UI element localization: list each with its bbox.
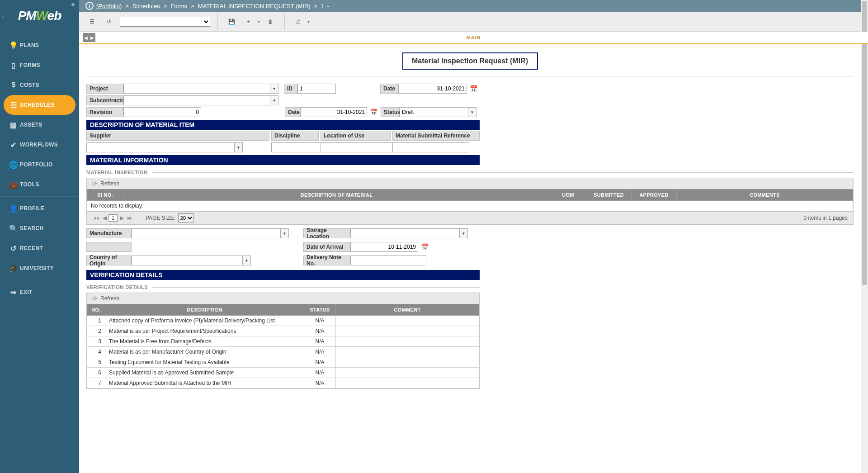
calendar-icon[interactable]: 📅 (420, 242, 429, 251)
delivery-input[interactable] (350, 255, 426, 265)
nav-forms[interactable]: ▯FORMS (0, 55, 79, 75)
nav-costs[interactable]: $COSTS (0, 75, 79, 95)
page-size-select[interactable]: 20 (178, 213, 194, 222)
project-input[interactable] (123, 84, 270, 94)
table-row[interactable]: 7Material Approved Submittal is Attached… (87, 378, 479, 388)
manufacture-dropdown[interactable]: ▼ (281, 228, 289, 238)
cell-no: 4 (87, 347, 105, 357)
calendar-icon[interactable]: 📅 (369, 108, 378, 117)
col-desc[interactable]: DESCRIPTION OF MATERIAL (123, 189, 550, 201)
project-dropdown[interactable]: ▼ (270, 84, 278, 94)
storage-input[interactable] (350, 228, 460, 238)
refresh-icon[interactable]: ⟳ (92, 295, 98, 302)
country-dropdown[interactable]: ▼ (243, 255, 251, 265)
nav-profile[interactable]: 👤PROFILE (0, 199, 79, 218)
date-label: Date (380, 84, 398, 94)
briefcase-icon: 💼 (7, 180, 20, 189)
col-comments[interactable]: COMMENTS (677, 189, 853, 201)
col-status[interactable]: STATUS (304, 304, 336, 316)
collapse-sidebar-icon[interactable]: ‹ (2, 11, 5, 21)
subcontractor-dropdown[interactable]: ▼ (270, 95, 278, 105)
supplier-dropdown[interactable]: ▼ (235, 142, 243, 152)
table-row[interactable]: 2Material is as per Project Requirement/… (87, 326, 479, 336)
country-input[interactable] (132, 255, 243, 265)
cell-status: N/A (304, 326, 336, 336)
supplier-input[interactable] (86, 142, 235, 152)
storage-dropdown[interactable]: ▼ (460, 228, 468, 238)
print-dropdown-icon[interactable]: ▾ (307, 19, 310, 24)
nav-university[interactable]: 🎓UNIVERSITY (0, 258, 79, 278)
breadcrumb-schedules[interactable]: Schedules (132, 3, 160, 9)
revision-input[interactable] (123, 107, 201, 117)
history-icon[interactable]: ↺ (103, 15, 115, 28)
add-dropdown-icon[interactable]: ▾ (258, 19, 260, 24)
nav-plans[interactable]: 💡PLANS (0, 35, 79, 55)
cell-status: N/A (304, 357, 336, 368)
table-row[interactable]: 3The Material is Free from Damage/Defect… (87, 336, 479, 347)
col-sino[interactable]: SI NO. (87, 189, 123, 201)
table-row[interactable]: 6Supplied Material is as Approved Submit… (87, 368, 479, 378)
nav-tools[interactable]: 💼TOOLS (0, 175, 79, 194)
save-icon[interactable]: 💾 (225, 15, 238, 28)
status-input[interactable] (400, 107, 468, 117)
nav-portfolio[interactable]: 🌐PORTFOLIO (0, 155, 79, 175)
date-input[interactable] (398, 84, 467, 94)
person-icon: 👤 (7, 204, 20, 213)
pager-next[interactable]: ▶ (118, 215, 126, 221)
nav-assets[interactable]: ▦ASSETS (0, 115, 79, 135)
tab-next[interactable]: ▶ (89, 33, 95, 42)
refresh-icon[interactable]: ⟳ (92, 180, 98, 187)
breadcrumb: i (Portfolio) > Schedules > Forms > MATE… (79, 0, 868, 12)
nav-search[interactable]: 🔍SEARCH (0, 218, 79, 238)
refresh-button[interactable]: Refresh (100, 180, 119, 187)
col-comment[interactable]: COMMENT (336, 304, 479, 316)
id-input[interactable] (297, 84, 336, 94)
subcontractor-input[interactable] (123, 95, 270, 105)
print-icon[interactable]: 🖨 (292, 15, 305, 28)
id-label: ID (284, 84, 297, 94)
scrollbar[interactable] (861, 0, 868, 473)
col-uom[interactable]: UOM (550, 189, 586, 201)
calendar-icon[interactable]: 📅 (469, 84, 478, 93)
col-description[interactable]: DESCRIPTION (105, 304, 304, 316)
pager-first[interactable]: ⏮ (92, 215, 100, 221)
sidebar: ‹ PMWeb ® 💡PLANS ▯FORMS $COSTS ☰SCHEDULE… (0, 0, 79, 473)
logo: ‹ PMWeb ® (0, 0, 79, 32)
table-row[interactable]: 5Testing Equipment for Material Testing … (87, 357, 479, 368)
breadcrumb-mir[interactable]: MATERIAL INSPECTION REQUEST (MIR) (198, 3, 311, 9)
tab-main[interactable]: MAIN (466, 35, 481, 40)
col-no[interactable]: NO. (87, 304, 105, 316)
col-submitted[interactable]: SUBMITTED (586, 189, 632, 201)
submittal-ref-input[interactable] (392, 142, 469, 152)
breadcrumb-num[interactable]: 1 (321, 3, 324, 9)
cell-no: 2 (87, 326, 105, 336)
arrival-input[interactable] (350, 242, 418, 252)
add-icon[interactable]: ＋ (242, 15, 255, 28)
toolbar-select[interactable] (120, 17, 210, 27)
nav-exit[interactable]: ➡EXIT (0, 282, 79, 302)
rev-date-input[interactable] (300, 107, 367, 117)
status-label: Status (381, 107, 400, 117)
section-mat-info: MATERIAL INFORMATION (86, 155, 480, 165)
col-approved[interactable]: APPROVED (632, 189, 677, 201)
table-row[interactable]: 4Material is as per Manufacturer Country… (87, 347, 479, 357)
refresh-button[interactable]: Refresh (100, 295, 119, 302)
pager-last[interactable]: ⏭ (126, 215, 134, 221)
tab-prev[interactable]: ◀ (83, 33, 89, 42)
status-dropdown[interactable]: ▼ (468, 107, 476, 117)
breadcrumb-portfolio[interactable]: (Portfolio) (96, 3, 122, 9)
nav-workflows[interactable]: ✔WORKFLOWS (0, 135, 79, 155)
pager-prev[interactable]: ◀ (100, 215, 108, 221)
schedule-icon: ☰ (7, 101, 20, 109)
nav-schedules[interactable]: ☰SCHEDULES (4, 95, 75, 115)
cell-status: N/A (304, 368, 336, 378)
list-icon[interactable]: ☰ (85, 15, 98, 28)
table-row[interactable]: 1Attached copy of Proforma Invoice (PI)/… (87, 316, 479, 326)
cell-comment (336, 336, 479, 347)
nav-recent[interactable]: ↺RECENT (0, 238, 79, 258)
manufacture-input[interactable] (132, 228, 281, 238)
delete-icon[interactable]: 🗑 (264, 15, 277, 28)
breadcrumb-forms[interactable]: Forms (170, 3, 187, 9)
pager-page[interactable]: 1 (108, 214, 118, 222)
info-icon[interactable]: i (85, 2, 94, 10)
